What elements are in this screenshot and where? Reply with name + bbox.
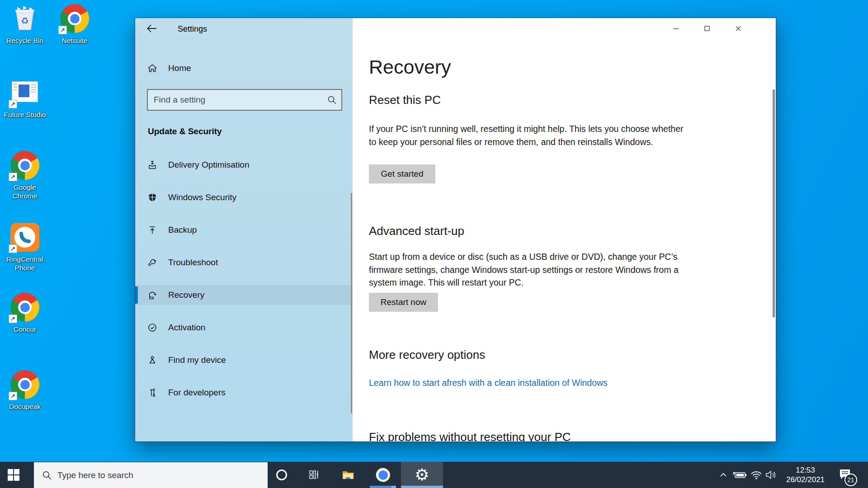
- sidebar-item-home[interactable]: Home: [135, 58, 353, 78]
- desktop-icon-ringcentral-phone[interactable]: ↗ RingCentral Phone: [2, 222, 47, 272]
- volume-tray-button[interactable]: [765, 470, 778, 482]
- window-title: Settings: [178, 23, 207, 34]
- desktop-wallpaper: ♻ Recycle Bin ↗ Netsuite ↗ Future St: [0, 0, 868, 488]
- task-view-icon: [308, 469, 320, 481]
- sidebar-item-label: Troubleshoot: [168, 258, 218, 267]
- find-my-device-pin-icon: [147, 355, 158, 366]
- tray-chevron-button[interactable]: [720, 471, 727, 479]
- desktop-icon-docupeak[interactable]: ↗ Docupeak: [2, 370, 47, 411]
- sidebar-item-label: Delivery Optimisation: [168, 160, 250, 170]
- search-icon: [327, 95, 337, 105]
- maximize-button[interactable]: [697, 18, 717, 39]
- desktop-icon-netsuite[interactable]: ↗ Netsuite: [52, 4, 97, 45]
- desktop-icon-future-studio[interactable]: ↗ Future Studio: [2, 78, 47, 119]
- settings-search-input[interactable]: [147, 89, 342, 111]
- page-title: Recovery: [369, 56, 451, 78]
- sidebar-item-delivery-optimisation[interactable]: Delivery Optimisation: [135, 155, 353, 175]
- delivery-optimisation-icon: [147, 160, 158, 170]
- sidebar-item-recovery[interactable]: Recovery: [135, 285, 353, 305]
- section-heading-fix-problems: Fix problems without resetting your PC: [369, 430, 571, 441]
- sidebar-item-label: Backup: [168, 225, 197, 235]
- sidebar-item-label: Find my device: [168, 355, 226, 365]
- desktop-icon-label: Concur: [2, 325, 47, 333]
- desktop-icon-google-chrome[interactable]: ↗ Google Chrome: [2, 150, 47, 200]
- desktop-icon-recycle-bin[interactable]: ♻ Recycle Bin: [2, 4, 47, 45]
- notification-count-badge[interactable]: 21: [844, 474, 857, 486]
- shortcut-arrow-icon: ↗: [9, 392, 17, 400]
- shortcut-arrow-icon: ↗: [9, 314, 17, 323]
- sidebar-item-label: Windows Security: [168, 192, 236, 202]
- chrome-running-indicator: [370, 486, 396, 488]
- taskbar-search-input[interactable]: [57, 470, 229, 480]
- shortcut-arrow-icon: ↗: [58, 26, 67, 34]
- close-icon: [735, 25, 742, 32]
- speaker-icon: [765, 470, 778, 480]
- desktop-icon-label: Netsuite: [52, 36, 97, 45]
- chevron-up-icon: [720, 472, 727, 478]
- minimize-button[interactable]: [665, 18, 686, 39]
- sidebar-item-backup[interactable]: Backup: [135, 220, 353, 240]
- settings-sidebar: Settings Home Update & Security: [135, 18, 353, 441]
- restart-now-button[interactable]: Restart now: [369, 293, 438, 312]
- sidebar-item-troubleshoot[interactable]: Troubleshoot: [135, 253, 353, 272]
- start-afresh-link[interactable]: Learn how to start afresh with a clean i…: [369, 378, 608, 388]
- home-icon: [147, 63, 158, 74]
- sidebar-nav: Delivery Optimisation Windows Security B…: [135, 155, 353, 415]
- file-explorer-icon: [342, 469, 354, 481]
- settings-content: Recovery Reset this PC If your PC isn’t …: [353, 18, 776, 441]
- section-body-advanced-start-up: Start up from a device or disc (such as …: [369, 250, 685, 289]
- sidebar-item-label: For developers: [168, 388, 226, 398]
- task-view-button[interactable]: [308, 469, 320, 483]
- sidebar-item-label: Home: [168, 63, 191, 73]
- taskbar-search-box: [34, 462, 268, 488]
- window-controls: [645, 18, 776, 39]
- cortana-button[interactable]: [276, 469, 287, 480]
- section-heading-more-recovery-options: More recovery options: [369, 348, 485, 362]
- section-heading-reset-this-pc: Reset this PC: [369, 93, 441, 107]
- taskbar-clock[interactable]: 12:53 26/02/2021: [783, 465, 827, 484]
- clock-time: 12:53: [783, 465, 827, 475]
- sidebar-section-label: Update & Security: [148, 127, 222, 136]
- get-started-button[interactable]: Get started: [369, 164, 435, 183]
- settings-running-indicator: [401, 486, 443, 488]
- windows-security-shield-icon: [147, 192, 158, 203]
- chrome-taskbar-button[interactable]: [376, 468, 390, 482]
- for-developers-tools-icon: [147, 387, 158, 398]
- section-heading-advanced-start-up: Advanced start-up: [369, 224, 464, 238]
- wifi-icon: [750, 471, 762, 480]
- troubleshoot-wrench-icon: [147, 257, 158, 268]
- app-window-icon: [12, 81, 38, 102]
- battery-tray-button[interactable]: [732, 471, 747, 481]
- recovery-icon: [147, 290, 158, 300]
- close-button[interactable]: [728, 18, 749, 39]
- sidebar-item-for-developers[interactable]: For developers: [135, 383, 353, 403]
- clock-date: 26/02/2021: [783, 475, 827, 484]
- battery-plugged-icon: [732, 471, 747, 479]
- maximize-icon: [703, 25, 711, 32]
- content-scrollbar[interactable]: [773, 89, 775, 317]
- settings-taskbar-button[interactable]: ⚙: [401, 462, 443, 488]
- chrome-logo-icon: [376, 468, 390, 482]
- sidebar-item-find-my-device[interactable]: Find my device: [135, 350, 353, 370]
- search-icon: [42, 470, 52, 480]
- sidebar-item-windows-security[interactable]: Windows Security: [135, 188, 353, 207]
- sidebar-item-label: Recovery: [168, 290, 204, 300]
- desktop-icon-label: Google Chrome: [2, 183, 47, 200]
- settings-search-box: [147, 89, 342, 111]
- file-explorer-button[interactable]: [342, 469, 354, 483]
- desktop-icon-concur[interactable]: ↗ Concur: [2, 292, 47, 333]
- section-body-reset-this-pc: If your PC isn’t running well, resetting…: [369, 122, 685, 148]
- shortcut-arrow-icon: ↗: [9, 173, 17, 181]
- activation-check-icon: [147, 322, 158, 333]
- desktop-icon-label: Future Studio: [2, 110, 47, 119]
- desktop-icon-label: Docupeak: [2, 402, 47, 411]
- shortcut-arrow-icon: ↗: [9, 244, 17, 253]
- sidebar-item-activation[interactable]: Activation: [135, 318, 353, 338]
- sidebar-scrollbar[interactable]: [351, 193, 352, 413]
- back-button[interactable]: [146, 23, 160, 35]
- svg-text:♻: ♻: [21, 16, 29, 26]
- windows-logo-icon: [7, 469, 20, 481]
- desktop-icon-label: RingCentral Phone: [2, 255, 47, 272]
- wifi-tray-button[interactable]: [750, 471, 762, 482]
- start-button[interactable]: [0, 462, 27, 488]
